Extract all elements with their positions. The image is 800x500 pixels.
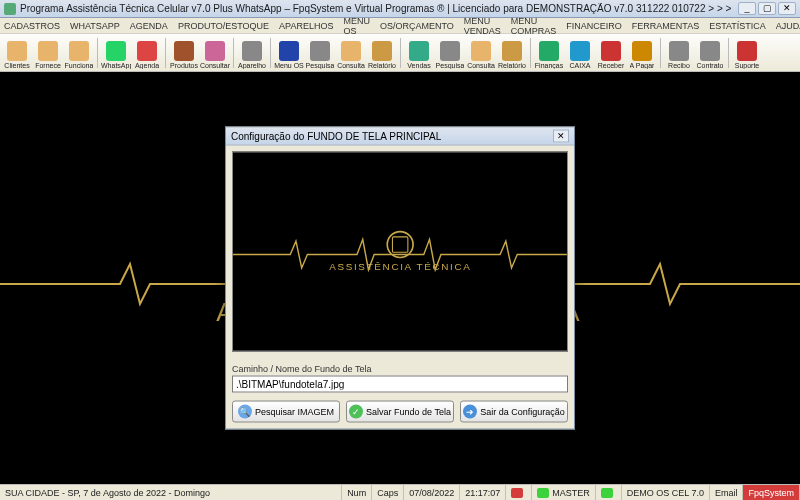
toolbar-relatório[interactable]: Relatório [497, 36, 527, 70]
aparelho-icon [242, 41, 262, 61]
toolbar-consultar[interactable]: Consultar [200, 36, 230, 70]
app-icon [4, 3, 16, 15]
status-time: 21:17:07 [460, 485, 506, 500]
toolbar-label: Produtos [170, 62, 198, 69]
consultar-icon [205, 41, 225, 61]
toolbar-separator [97, 38, 98, 68]
close-button[interactable]: ✕ [778, 2, 796, 15]
relatório-icon [372, 41, 392, 61]
preview-gear-icon [386, 230, 414, 258]
contrato-icon [700, 41, 720, 61]
toolbar-label: Recibo [668, 62, 690, 69]
status-master: MASTER [532, 485, 596, 500]
toolbar-suporte[interactable]: Suporte [732, 36, 762, 70]
toolbar-aparelho[interactable]: Aparelho [237, 36, 267, 70]
finanças-icon [539, 41, 559, 61]
consulta-icon [471, 41, 491, 61]
a-pagar-icon [632, 41, 652, 61]
menu-menucompras[interactable]: MENU COMPRAS [511, 16, 557, 36]
funciona-icon [69, 41, 89, 61]
toolbar-receber[interactable]: Receber [596, 36, 626, 70]
toolbar-recibo[interactable]: Recibo [664, 36, 694, 70]
search-image-button[interactable]: 🔍 Pesquisar IMAGEM [232, 401, 340, 423]
status-brand[interactable]: FpqSystem [743, 485, 800, 500]
dialog-title: Configuração do FUNDO DE TELA PRINCIPAL [231, 131, 441, 142]
menu-bar: CADASTROS WHATSAPP AGENDA PRODUTO/ESTOQU… [0, 18, 800, 34]
save-wallpaper-button[interactable]: ✓ Salvar Fundo de Tela [346, 401, 454, 423]
toolbar-produtos[interactable]: Produtos [169, 36, 199, 70]
toolbar: ClientesForneceFuncionaWhatsAppAgendaPro… [0, 34, 800, 72]
toolbar-consulta[interactable]: Consulta [336, 36, 366, 70]
toolbar-label: Finanças [535, 62, 563, 69]
status-caps: Caps [372, 485, 404, 500]
exit-config-button[interactable]: ➜ Sair da Configuração [460, 401, 568, 423]
toolbar-label: Funciona [65, 62, 94, 69]
menu-whatsapp[interactable]: WHATSAPP [70, 21, 120, 31]
menu-osorcamento[interactable]: OS/ORÇAMENTO [380, 21, 454, 31]
toolbar-clientes[interactable]: Clientes [2, 36, 32, 70]
menu-cadastros[interactable]: CADASTROS [4, 21, 60, 31]
menu-agenda[interactable]: AGENDA [130, 21, 168, 31]
status-email[interactable]: Email [710, 485, 744, 500]
minimize-button[interactable]: _ [738, 2, 756, 15]
exit-icon: ➜ [463, 405, 477, 419]
menu-menuos[interactable]: MENU OS [343, 16, 370, 36]
toolbar-separator [400, 38, 401, 68]
toolbar-relatório[interactable]: Relatório [367, 36, 397, 70]
menu-menuvendas[interactable]: MENU VENDAS [464, 16, 501, 36]
preview-logo-text: ASSISTÊNCIA TÉCNICA [329, 261, 471, 273]
toolbar-separator [270, 38, 271, 68]
toolbar-fornece[interactable]: Fornece [33, 36, 63, 70]
menu-ajuda[interactable]: AJUDA [776, 21, 800, 31]
toolbar-menu-os[interactable]: Menu OS [274, 36, 304, 70]
produtos-icon [174, 41, 194, 61]
menu-financeiro[interactable]: FINANCEIRO [566, 21, 622, 31]
menu-os-icon [279, 41, 299, 61]
toolbar-vendas[interactable]: Vendas [404, 36, 434, 70]
pesquisa-icon [440, 41, 460, 61]
toolbar-label: Receber [598, 62, 624, 69]
toolbar-contrato[interactable]: Contrato [695, 36, 725, 70]
toolbar-label: A Pagar [630, 62, 655, 69]
toolbar-consulta[interactable]: Consulta [466, 36, 496, 70]
menu-estatistica[interactable]: ESTATÍSTICA [709, 21, 766, 31]
toolbar-funciona[interactable]: Funciona [64, 36, 94, 70]
fornece-icon [38, 41, 58, 61]
check-icon: ✓ [349, 405, 363, 419]
toolbar-label: Consulta [337, 62, 365, 69]
toolbar-finanças[interactable]: Finanças [534, 36, 564, 70]
toolbar-label: CAIXA [569, 62, 590, 69]
toolbar-label: Relatório [368, 62, 396, 69]
menu-aparelhos[interactable]: APARELHOS [279, 21, 333, 31]
path-input[interactable] [232, 376, 568, 393]
window-titlebar: Programa Assistência Técnica Celular v7.… [0, 0, 800, 18]
toolbar-separator [660, 38, 661, 68]
toolbar-label: Aparelho [238, 62, 266, 69]
toolbar-label: Relatório [498, 62, 526, 69]
toolbar-separator [728, 38, 729, 68]
toolbar-label: Clientes [4, 62, 29, 69]
toolbar-label: Contrato [697, 62, 724, 69]
maximize-button[interactable]: ▢ [758, 2, 776, 15]
status-indicator-red [506, 485, 532, 500]
dialog-close-button[interactable]: ✕ [553, 130, 569, 143]
suporte-icon [737, 41, 757, 61]
menu-ferramentas[interactable]: FERRAMENTAS [632, 21, 699, 31]
relatório-icon [502, 41, 522, 61]
receber-icon [601, 41, 621, 61]
toolbar-label: Consulta [467, 62, 495, 69]
toolbar-caixa[interactable]: CAIXA [565, 36, 595, 70]
toolbar-label: Suporte [735, 62, 760, 69]
toolbar-pesquisa[interactable]: Pesquisa [305, 36, 335, 70]
menu-produto[interactable]: PRODUTO/ESTOQUE [178, 21, 269, 31]
toolbar-a-pagar[interactable]: A Pagar [627, 36, 657, 70]
toolbar-separator [233, 38, 234, 68]
toolbar-label: Pesquisa [306, 62, 335, 69]
toolbar-label: Pesquisa [436, 62, 465, 69]
toolbar-pesquisa[interactable]: Pesquisa [435, 36, 465, 70]
toolbar-agenda[interactable]: Agenda [132, 36, 162, 70]
magnifier-icon: 🔍 [238, 405, 252, 419]
toolbar-whatsapp[interactable]: WhatsApp [101, 36, 131, 70]
toolbar-label: Fornece [35, 62, 61, 69]
whatsapp-icon [106, 41, 126, 61]
